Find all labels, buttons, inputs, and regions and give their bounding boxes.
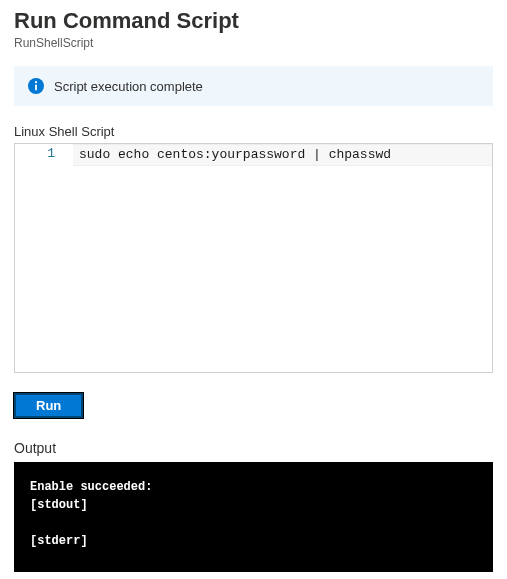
editor-label: Linux Shell Script: [14, 124, 493, 139]
output-terminal: Enable succeeded: [stdout] [stderr]: [14, 462, 493, 572]
status-alert: Script execution complete: [14, 66, 493, 106]
svg-rect-1: [35, 85, 37, 91]
svg-point-2: [35, 81, 37, 83]
script-type-subtitle: RunShellScript: [14, 36, 493, 50]
line-number: 1: [15, 144, 73, 166]
info-icon: [28, 78, 44, 94]
status-alert-text: Script execution complete: [54, 79, 203, 94]
output-label: Output: [14, 440, 493, 456]
code-content[interactable]: sudo echo centos:yourpassword | chpasswd: [73, 144, 492, 166]
code-editor[interactable]: 1 sudo echo centos:yourpassword | chpass…: [14, 143, 493, 373]
page-title: Run Command Script: [14, 8, 493, 34]
code-line: 1 sudo echo centos:yourpassword | chpass…: [15, 144, 492, 166]
run-button[interactable]: Run: [14, 393, 83, 418]
